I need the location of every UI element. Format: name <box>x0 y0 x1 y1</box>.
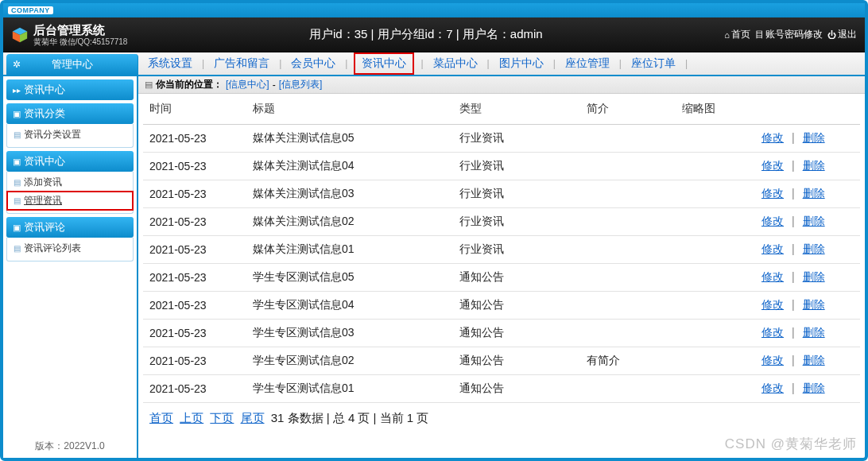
col-0: 时间 <box>143 94 246 125</box>
edit-link[interactable]: 修改 <box>761 215 784 227</box>
nav-item-5[interactable]: 图片中心 <box>496 56 547 71</box>
col-5 <box>755 94 860 125</box>
gear-icon: ✲ <box>13 59 21 70</box>
delete-link[interactable]: 删除 <box>803 270 825 283</box>
edit-link[interactable]: 修改 <box>761 382 784 394</box>
user-info-text: 用户id：35 | 用户分组id：7 | 用户名：admin <box>127 27 724 42</box>
crumb-section: [信息中心] <box>226 78 269 91</box>
system-subtitle: 黄菊华 微信/QQ:45157718 <box>33 37 127 47</box>
table-row: 2021-05-23学生专区测试信息02通知公告有简介修改|删除 <box>143 347 860 375</box>
col-3: 简介 <box>580 94 676 125</box>
sidebar-header: ✲ 管理中心 <box>6 54 138 75</box>
delete-link[interactable]: 删除 <box>803 131 825 144</box>
sidebar-top-title: ▸▸ 资讯中心 <box>6 79 134 100</box>
delete-link[interactable]: 删除 <box>803 187 825 200</box>
nav-item-4[interactable]: 菜品中心 <box>430 56 481 71</box>
delete-link[interactable]: 删除 <box>803 242 825 255</box>
pager-last[interactable]: 尾页 <box>241 411 265 424</box>
breadcrumb: ▤ 你当前的位置： [信息中心] - [信息列表] <box>138 76 865 94</box>
home-link[interactable]: ⌂首页 <box>724 28 750 41</box>
logo-cube-icon <box>11 26 29 44</box>
table-row: 2021-05-23媒体关注测试信息01行业资讯修改|删除 <box>143 236 860 264</box>
pwd-label: 账号密码修改 <box>765 28 823 41</box>
sidebar-item-1-0[interactable]: ▤添加资讯 <box>7 173 133 192</box>
nav-item-2[interactable]: 会员中心 <box>288 56 339 71</box>
data-table: 时间标题类型简介缩略图 2021-05-23媒体关注测试信息05行业资讯修改|删… <box>143 94 860 403</box>
home-label: 首页 <box>731 28 750 41</box>
sidebar-top-label: 资讯中心 <box>24 83 65 97</box>
crumb-page: [信息列表] <box>279 78 323 91</box>
version-text: 版本：2022V1.0 <box>6 435 134 458</box>
company-badge: COMPANY <box>8 6 53 14</box>
crumb-prefix: 你当前的位置： <box>156 78 223 91</box>
page-icon: ▤ <box>14 196 21 205</box>
table-row: 2021-05-23学生专区测试信息01通知公告修改|删除 <box>143 375 860 403</box>
window-titlebar: COMPANY <box>3 3 865 17</box>
power-icon: ⏻ <box>827 30 836 40</box>
sidebar-group-2[interactable]: ▣资讯评论 <box>6 217 134 238</box>
sidebar-group-1[interactable]: ▣资讯中心 <box>6 151 134 172</box>
table-row: 2021-05-23学生专区测试信息05通知公告修改|删除 <box>143 264 860 292</box>
cube-icon: ▣ <box>13 223 21 233</box>
delete-link[interactable]: 删除 <box>803 298 825 311</box>
nav-item-1[interactable]: 广告和留言 <box>211 56 273 71</box>
pager-next[interactable]: 下页 <box>210 411 234 424</box>
pager-first[interactable]: 首页 <box>149 411 173 424</box>
app-header: 后台管理系统 黄菊华 微信/QQ:45157718 用户id：35 | 用户分组… <box>3 17 865 52</box>
col-2: 类型 <box>453 94 580 125</box>
edit-link[interactable]: 修改 <box>761 187 784 200</box>
nav-item-0[interactable]: 系统设置 <box>145 56 196 71</box>
sidebar-item-1-1[interactable]: ▤管理资讯 <box>7 192 133 210</box>
edit-link[interactable]: 修改 <box>761 131 784 144</box>
page-icon: ▤ <box>14 178 21 187</box>
edit-link[interactable]: 修改 <box>761 354 784 366</box>
delete-link[interactable]: 删除 <box>803 354 825 366</box>
home-icon: ⌂ <box>724 30 730 40</box>
edit-link[interactable]: 修改 <box>761 326 784 339</box>
edit-link[interactable]: 修改 <box>761 298 784 311</box>
table-row: 2021-05-23学生专区测试信息04通知公告修改|删除 <box>143 292 860 320</box>
logout-label: 退出 <box>838 28 857 41</box>
pager: 首页 上页 下页 尾页 31 条数据 | 总 4 页 | 当前 1 页 <box>143 403 860 431</box>
page-icon: ▤ <box>14 244 21 253</box>
page-icon: ▤ <box>14 130 21 139</box>
edit-link[interactable]: 修改 <box>761 270 784 283</box>
table-row: 2021-05-23学生专区测试信息03通知公告修改|删除 <box>143 320 860 347</box>
col-4: 缩略图 <box>676 94 755 125</box>
sidebar: ▸▸ 资讯中心 ▣资讯分类▤资讯分类设置▣资讯中心▤添加资讯▤管理资讯▣资讯评论… <box>3 76 138 458</box>
col-1: 标题 <box>246 94 453 125</box>
crumb-sep: - <box>273 79 276 91</box>
edit-link[interactable]: 修改 <box>761 159 784 172</box>
table-row: 2021-05-23媒体关注测试信息03行业资讯修改|删除 <box>143 180 860 208</box>
delete-link[interactable]: 删除 <box>803 159 825 172</box>
edit-link[interactable]: 修改 <box>761 242 784 255</box>
system-title: 后台管理系统 <box>33 23 127 37</box>
change-password-link[interactable]: 目账号密码修改 <box>755 28 823 41</box>
delete-link[interactable]: 删除 <box>803 215 825 227</box>
pager-prev[interactable]: 上页 <box>180 411 203 424</box>
cube-icon: ▣ <box>13 109 21 119</box>
delete-link[interactable]: 删除 <box>803 326 825 339</box>
cube-icon: ▣ <box>13 157 21 167</box>
top-nav: 系统设置|广告和留言|会员中心|资讯中心|菜品中心|图片中心|座位管理|座位订单… <box>138 52 865 75</box>
nav-item-7[interactable]: 座位订单 <box>628 56 679 71</box>
delete-link[interactable]: 删除 <box>803 382 825 394</box>
pager-info: 31 条数据 | 总 4 页 | 当前 1 页 <box>271 411 429 424</box>
arrow-right-icon: ▸▸ <box>13 86 21 95</box>
sidebar-group-0[interactable]: ▣资讯分类 <box>6 103 134 124</box>
nav-item-3[interactable]: 资讯中心 <box>354 52 414 75</box>
table-row: 2021-05-23媒体关注测试信息05行业资讯修改|删除 <box>143 125 860 153</box>
sidebar-header-label: 管理中心 <box>52 57 93 72</box>
table-row: 2021-05-23媒体关注测试信息04行业资讯修改|删除 <box>143 153 860 180</box>
doc-icon: ▤ <box>145 79 153 90</box>
list-icon: 目 <box>755 29 764 41</box>
sidebar-item-2-0[interactable]: ▤资讯评论列表 <box>7 239 133 258</box>
logout-link[interactable]: ⏻退出 <box>827 28 857 41</box>
nav-item-6[interactable]: 座位管理 <box>562 56 613 71</box>
sidebar-item-0-0[interactable]: ▤资讯分类设置 <box>7 126 133 144</box>
table-row: 2021-05-23媒体关注测试信息02行业资讯修改|删除 <box>143 208 860 236</box>
